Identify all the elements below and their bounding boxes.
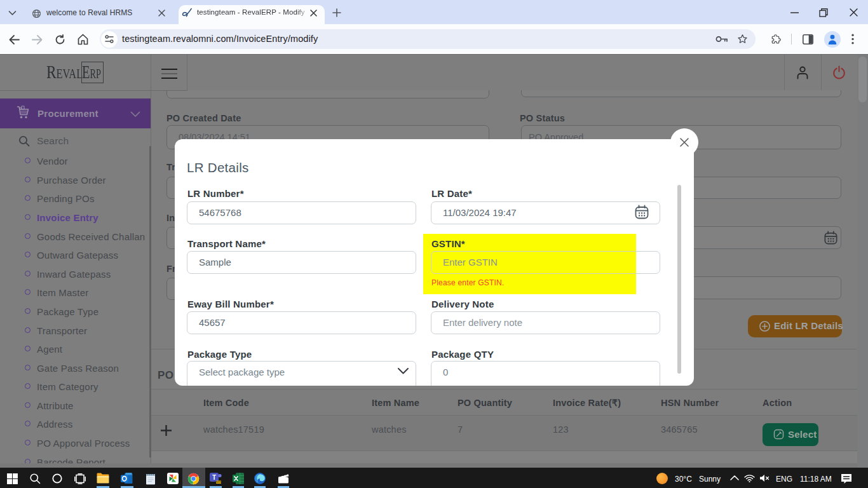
svg-text:NEW: NEW — [216, 481, 222, 484]
svg-text:T: T — [212, 474, 216, 481]
